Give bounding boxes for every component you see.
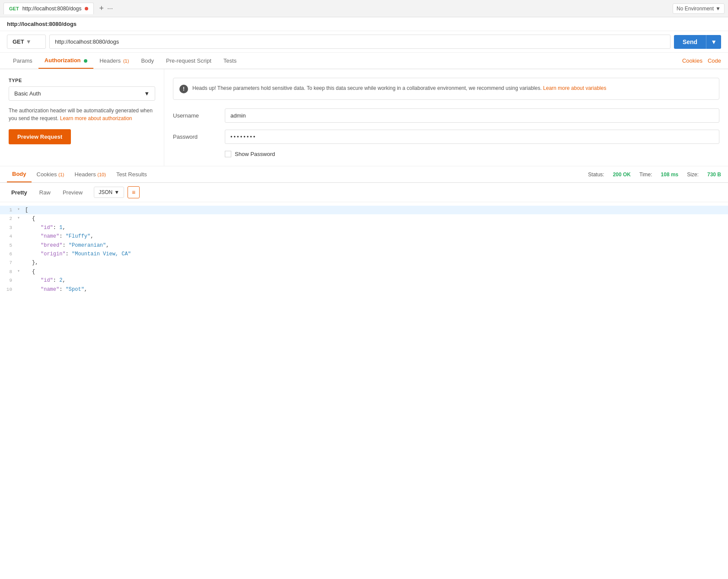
line-content: "name": "Spot",	[23, 285, 728, 294]
warning-banner: ! Heads up! These parameters hold sensit…	[173, 78, 719, 100]
url-input[interactable]	[49, 35, 671, 49]
line-toggle[interactable]: ▾	[17, 267, 23, 275]
line-number: 7	[0, 258, 17, 267]
line-number: 2	[0, 214, 17, 223]
time-label: Time:	[639, 172, 652, 178]
auth-learn-more-link[interactable]: Learn more about authorization	[60, 115, 132, 121]
code-line: 1 ▾ [	[0, 206, 728, 214]
password-label: Password	[173, 134, 225, 140]
wrap-button[interactable]: ≡	[128, 186, 140, 198]
response-header: Body Cookies (1) Headers (10) Test Resul…	[0, 166, 728, 183]
request-tab[interactable]: GET http://localhost:8080/dogs	[3, 3, 94, 14]
line-number: 9	[0, 276, 17, 285]
line-number: 1	[0, 206, 17, 214]
code-line: 7 },	[0, 258, 728, 267]
line-content: "id": 1,	[23, 223, 728, 232]
response-section: Body Cookies (1) Headers (10) Test Resul…	[0, 166, 728, 297]
add-tab-button[interactable]: +	[99, 4, 104, 13]
code-link[interactable]: Code	[708, 57, 721, 64]
auth-type-chevron: ▼	[144, 90, 150, 97]
method-select[interactable]: GET ▼	[7, 35, 46, 49]
time-value: 108 ms	[661, 172, 679, 178]
code-line: 10 "name": "Spot",	[0, 285, 728, 294]
line-toggle	[17, 223, 23, 231]
code-tab-preview[interactable]: Preview	[58, 187, 87, 198]
format-value: JSON	[99, 189, 112, 195]
line-number: 8	[0, 267, 17, 276]
tab-authorization[interactable]: Authorization	[38, 53, 93, 69]
username-input[interactable]	[225, 108, 719, 123]
size-label: Size:	[687, 172, 699, 178]
line-content: "origin": "Mountain View, CA"	[23, 250, 728, 258]
tab-method-label: GET	[9, 6, 19, 11]
format-chevron: ▼	[114, 189, 119, 195]
line-toggle[interactable]: ▾	[17, 214, 23, 222]
method-value: GET	[13, 38, 24, 45]
line-content: {	[23, 214, 728, 223]
more-tabs-button[interactable]: ···	[107, 5, 113, 13]
learn-more-variables-link[interactable]: Learn more about variables	[543, 85, 606, 91]
line-toggle	[17, 285, 23, 293]
response-tab-headers[interactable]: Headers (10)	[70, 167, 111, 182]
response-tab-cookies[interactable]: Cookies (1)	[32, 167, 70, 182]
line-number: 6	[0, 250, 17, 258]
code-tab-raw[interactable]: Raw	[35, 187, 55, 198]
code-line: 2 ▾ {	[0, 214, 728, 223]
password-row: Password	[173, 130, 719, 144]
code-line: 4 "name": "Fluffy",	[0, 232, 728, 241]
username-row: Username	[173, 108, 719, 123]
line-toggle[interactable]: ▾	[17, 206, 23, 213]
line-number: 10	[0, 285, 17, 294]
line-toggle	[17, 276, 23, 283]
auth-type-label: TYPE	[9, 78, 155, 83]
environment-chevron: ▼	[715, 6, 721, 12]
preview-request-button[interactable]: Preview Request	[9, 129, 71, 144]
auth-description: The authorization header will be automat…	[9, 107, 155, 122]
line-content: },	[23, 258, 728, 267]
line-toggle	[17, 241, 23, 248]
auth-type-value: Basic Auth	[14, 90, 41, 97]
auth-type-select[interactable]: Basic Auth ▼	[9, 86, 155, 101]
line-toggle	[17, 258, 23, 266]
send-button[interactable]: Send ▼	[674, 35, 721, 49]
auth-right-panel: ! Heads up! These parameters hold sensit…	[164, 69, 728, 166]
send-label: Send	[674, 35, 706, 49]
tab-headers[interactable]: Headers (1)	[93, 53, 135, 68]
headers-badge: (10)	[97, 172, 106, 177]
tab-tests[interactable]: Tests	[217, 53, 243, 68]
environment-selector[interactable]: No Environment ▼	[673, 3, 725, 14]
show-password-checkbox[interactable]	[225, 151, 231, 157]
auth-panel: TYPE Basic Auth ▼ The authorization head…	[0, 69, 728, 166]
line-number: 4	[0, 232, 17, 241]
tab-url-label: http://localhost:8080/dogs	[22, 6, 82, 12]
status-label: Status:	[588, 172, 604, 178]
page-breadcrumb: http://localhost:8080/dogs	[0, 17, 728, 31]
request-tabs: Params Authorization Headers (1) Body Pr…	[0, 53, 728, 69]
environment-label: No Environment	[677, 6, 714, 12]
code-toolbar: Pretty Raw Preview JSON ▼ ≡	[0, 183, 728, 202]
tab-params[interactable]: Params	[7, 53, 38, 68]
tab-actions: + ···	[99, 4, 113, 13]
code-line: 6 "origin": "Mountain View, CA"	[0, 250, 728, 258]
status-value: 200 OK	[613, 172, 631, 178]
tab-body[interactable]: Body	[135, 53, 160, 68]
code-line: 5 "breed": "Pomeranian",	[0, 241, 728, 250]
method-chevron: ▼	[26, 38, 32, 45]
response-tab-body[interactable]: Body	[7, 166, 32, 182]
code-tab-pretty[interactable]: Pretty	[7, 187, 32, 198]
url-row: GET ▼ Send ▼	[7, 35, 721, 49]
tab-modified-dot	[85, 7, 88, 10]
line-number: 5	[0, 241, 17, 250]
code-line: 9 "id": 2,	[0, 276, 728, 285]
format-select[interactable]: JSON ▼	[94, 187, 124, 198]
line-content: [	[23, 206, 728, 214]
password-input[interactable]	[225, 130, 719, 144]
response-status-bar: Status: 200 OK Time: 108 ms Size: 730 B	[588, 172, 721, 178]
code-line: 3 "id": 1,	[0, 223, 728, 232]
auth-left-panel: TYPE Basic Auth ▼ The authorization head…	[0, 69, 164, 166]
code-view: 1 ▾ [ 2 ▾ { 3 "id": 1, 4 "name": "Fluffy…	[0, 202, 728, 297]
send-dropdown-arrow[interactable]: ▼	[706, 35, 721, 49]
response-tab-test-results[interactable]: Test Results	[111, 167, 152, 182]
cookies-link[interactable]: Cookies	[682, 57, 702, 64]
tab-pre-request[interactable]: Pre-request Script	[160, 53, 217, 68]
